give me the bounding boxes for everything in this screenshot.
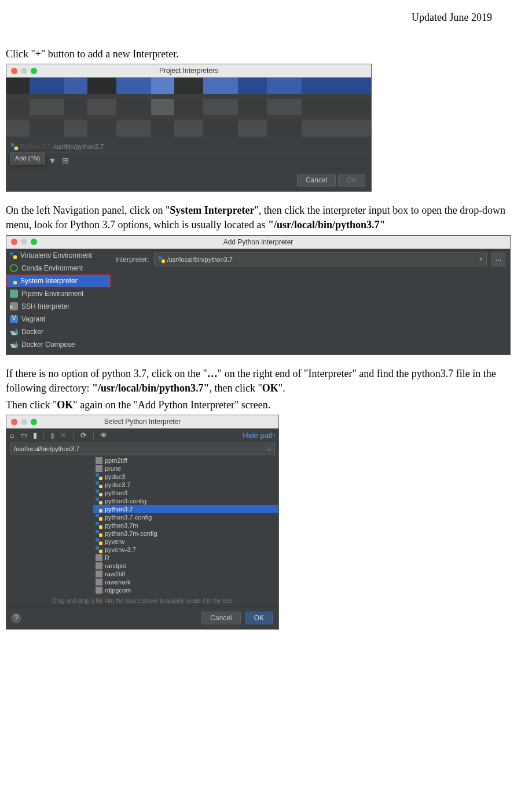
python-icon <box>10 252 17 259</box>
interpreter-dropdown[interactable]: /usr/local/bin/python3.7 ▾ <box>154 253 487 266</box>
refresh-icon[interactable]: ⟳ <box>80 431 87 440</box>
svg-rect-6 <box>158 256 162 259</box>
instruction-1: Click "+" button to add a new Interprete… <box>6 47 515 61</box>
svg-rect-14 <box>96 498 99 501</box>
nav-docker-compose[interactable]: 🐋Docker Compose <box>6 338 111 351</box>
select-interpreter-dialog: Select Python Interpreter ⌂ ▭ ▮ | ▮ ✕ | … <box>6 415 279 630</box>
svg-rect-21 <box>99 525 102 529</box>
instruction-3: If there is no option of python 3.7, cli… <box>6 367 515 396</box>
file-item[interactable]: pyvenv-3.7 <box>93 546 278 554</box>
file-item[interactable]: ppm2tiff <box>93 456 278 464</box>
new-folder-icon[interactable]: ▮ <box>50 431 54 440</box>
svg-rect-9 <box>99 477 102 480</box>
interpreter-toolbar: + − ✎ ▼ ⊞ <box>6 152 371 169</box>
desktop-icon[interactable]: ▭ <box>20 431 27 440</box>
interpreter-type-nav: Virtualenv Environment Conda Environment… <box>6 249 111 351</box>
svg-rect-7 <box>162 259 165 263</box>
docker-compose-icon: 🐋 <box>10 341 18 349</box>
file-item[interactable]: prune <box>93 464 278 473</box>
nav-virtualenv[interactable]: Virtualenv Environment <box>6 249 111 262</box>
nav-docker[interactable]: 🐋Docker <box>6 325 111 338</box>
nav-vagrant[interactable]: VVagrant <box>6 313 111 325</box>
window-title: Select Python Interpreter <box>6 418 278 426</box>
file-item[interactable]: R <box>93 554 278 562</box>
svg-rect-19 <box>99 517 102 521</box>
titlebar: Project Interpreters <box>6 64 371 78</box>
svg-rect-15 <box>99 501 102 504</box>
file-item[interactable]: python3.7m <box>93 521 278 529</box>
docker-icon: 🐋 <box>10 328 18 336</box>
python-icon <box>11 143 18 150</box>
svg-rect-25 <box>99 542 102 545</box>
titlebar: Select Python Interpreter <box>6 415 278 429</box>
window-title: Project Interpreters <box>6 67 371 75</box>
help-button[interactable]: ? <box>11 613 21 623</box>
page-header-date: Updated June 2019 <box>6 12 515 24</box>
history-icon[interactable]: ≡ <box>267 445 271 452</box>
ssh-icon: ▸ <box>10 302 18 310</box>
file-item[interactable]: python3.7m-config <box>93 529 278 537</box>
show-paths-button[interactable]: ⊞ <box>62 156 69 165</box>
file-item[interactable]: pydoc3.7 <box>93 481 278 489</box>
filter-button[interactable]: ▼ <box>48 156 56 165</box>
blurred-content <box>6 78 371 141</box>
window-title: Add Python Interpreter <box>6 238 510 246</box>
svg-rect-4 <box>10 277 13 281</box>
hide-path-link[interactable]: Hide path <box>243 431 275 440</box>
file-tree[interactable]: ppm2tiffprunepydoc3pydoc3.7python3python… <box>6 455 278 595</box>
instruction-4: Then click "OK" again on the "Add Python… <box>6 398 515 412</box>
nav-system-interpreter[interactable]: System Interpreter <box>6 275 111 287</box>
svg-rect-26 <box>96 546 99 550</box>
svg-rect-20 <box>96 522 99 525</box>
instruction-2: On the left Navigation panel, click on "… <box>6 203 515 232</box>
svg-rect-11 <box>99 485 102 488</box>
file-item[interactable]: python3.7 <box>93 505 278 513</box>
svg-rect-8 <box>96 473 99 477</box>
add-interpreter-dialog: Add Python Interpreter Virtualenv Enviro… <box>6 235 511 355</box>
svg-rect-10 <box>96 481 99 485</box>
pipenv-icon <box>10 290 18 298</box>
svg-rect-13 <box>99 493 102 496</box>
file-item[interactable]: python3.7-config <box>93 513 278 521</box>
home-icon[interactable]: ⌂ <box>10 431 14 440</box>
ok-button[interactable]: OK <box>245 612 273 624</box>
python-icon <box>158 256 165 263</box>
svg-rect-22 <box>96 530 99 533</box>
nav-pipenv[interactable]: Pipenv Environment <box>6 287 111 300</box>
file-item[interactable]: pydoc3 <box>93 473 278 481</box>
svg-rect-0 <box>11 143 14 147</box>
file-item[interactable]: raw2tiff <box>93 570 278 578</box>
file-item[interactable]: rdjpgcom <box>93 586 278 594</box>
svg-rect-16 <box>96 506 99 509</box>
svg-rect-2 <box>10 252 13 255</box>
python-row[interactable]: Python 2.7 /usr/bin/python2.7 <box>6 141 371 152</box>
show-hidden-icon[interactable]: 👁 <box>100 431 108 440</box>
nav-conda[interactable]: Conda Environment <box>6 262 111 275</box>
cancel-button[interactable]: Cancel <box>297 174 336 186</box>
file-item[interactable]: randpkt <box>93 562 278 570</box>
nav-ssh[interactable]: ▸SSH Interpreter <box>6 300 111 313</box>
vagrant-icon: V <box>10 315 18 323</box>
browse-button[interactable]: ... <box>491 253 505 266</box>
project-interpreters-dialog: Project Interpreters Python 2.7 /usr/bin… <box>6 64 372 192</box>
file-item[interactable]: python3-config <box>93 497 278 505</box>
ok-button[interactable]: OK <box>338 174 365 186</box>
svg-rect-23 <box>99 533 102 537</box>
file-item[interactable]: rawshark <box>93 578 278 586</box>
interpreter-label: Interpreter: <box>115 255 149 264</box>
svg-rect-12 <box>96 489 99 493</box>
svg-rect-3 <box>13 255 17 259</box>
svg-rect-17 <box>99 509 102 513</box>
file-item[interactable]: pyvenv <box>93 537 278 546</box>
project-icon[interactable]: ▮ <box>33 431 37 440</box>
svg-rect-18 <box>96 514 99 517</box>
cancel-button[interactable]: Cancel <box>201 612 240 624</box>
titlebar: Add Python Interpreter <box>6 236 510 249</box>
chevron-down-icon: ▾ <box>479 255 483 263</box>
path-input[interactable]: /usr/local/bin/python3.7 ≡ <box>10 442 275 455</box>
svg-rect-24 <box>96 538 99 542</box>
file-item[interactable]: python3 <box>93 489 278 497</box>
svg-rect-27 <box>99 550 102 553</box>
svg-rect-5 <box>13 281 17 284</box>
delete-icon[interactable]: ✕ <box>60 431 67 440</box>
